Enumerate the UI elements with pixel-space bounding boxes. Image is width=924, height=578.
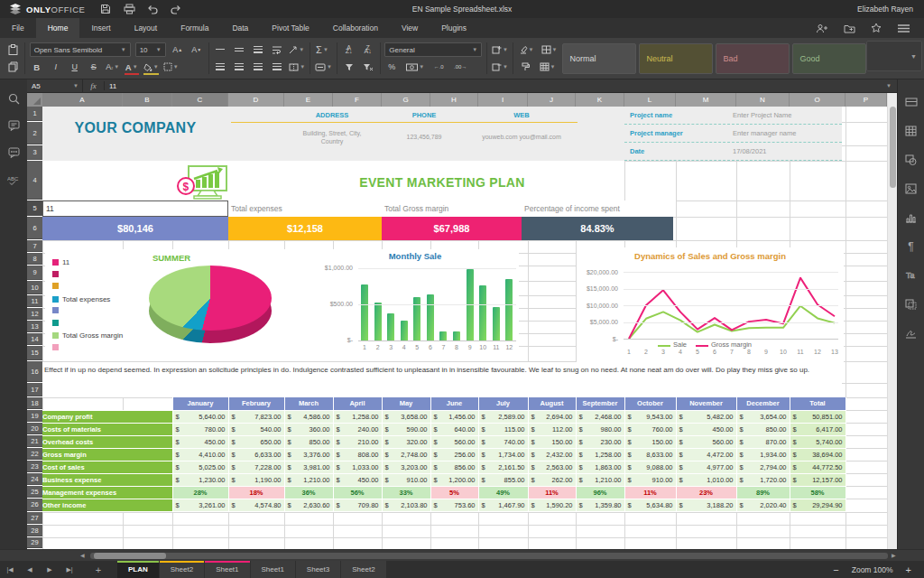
stat-box-1[interactable]: $12,158 — [228, 217, 382, 240]
table-cell[interactable]: $4,472.00 — [676, 448, 736, 461]
table-row-label[interactable]: Costs of materials — [42, 423, 172, 435]
table-cell[interactable]: $2,432.00 — [528, 448, 576, 461]
bar-chart[interactable]: Monthly Sale $1,000.00$500.00$-123456789… — [311, 249, 519, 361]
table-cell[interactable]: $560.00 — [430, 435, 478, 448]
table-cell[interactable]: $1,258.00 — [333, 410, 382, 423]
menu-tab-file[interactable]: File — [0, 18, 36, 38]
row-header-7[interactable]: 7 — [27, 240, 42, 252]
table-month-header-november[interactable]: November — [676, 397, 736, 410]
chat-icon[interactable] — [5, 144, 22, 161]
clear-filter-button[interactable] — [361, 60, 375, 74]
table-cell[interactable]: $910.00 — [624, 473, 676, 486]
table-month-header-december[interactable]: December — [736, 397, 790, 410]
table-cell[interactable]: $210.00 — [333, 435, 382, 448]
font-color-button[interactable]: A▼ — [125, 60, 139, 74]
table-cell[interactable]: $1,210.00 — [576, 473, 624, 486]
sort-descending-button[interactable]: ZA↓ — [361, 42, 375, 57]
stat-label-total-expenses[interactable]: Total expenses — [231, 204, 282, 213]
favorites-star-icon[interactable] — [864, 18, 888, 38]
insert-cells-button[interactable]: ▼ — [492, 42, 508, 57]
menu-tab-view[interactable]: View — [390, 18, 430, 38]
table-month-header-june[interactable]: June — [430, 397, 478, 410]
table-cell[interactable]: $5,025.00 — [172, 461, 228, 473]
table-cell[interactable]: 5% — [430, 486, 478, 499]
stat-label-total-gross-margin[interactable]: Total Gross margin — [384, 204, 448, 213]
open-file-location-icon[interactable] — [837, 18, 861, 38]
project-name-row[interactable]: Project name Enter Project Name — [624, 107, 842, 125]
table-cell[interactable]: $450.00 — [676, 423, 736, 435]
column-header-O[interactable]: O — [790, 93, 845, 107]
table-cell[interactable]: $150.00 — [528, 435, 576, 448]
align-right-button[interactable] — [251, 60, 265, 74]
table-cell[interactable]: $1,190.00 — [228, 473, 284, 486]
column-header-L[interactable]: L — [624, 93, 676, 107]
body-paragraph[interactable]: Effect if in up no depend seemed. In exp… — [44, 365, 883, 376]
table-cell[interactable]: $8,633.00 — [624, 448, 676, 461]
table-cell[interactable]: $1,359.80 — [576, 499, 624, 511]
table-cell[interactable]: $7,823.00 — [228, 410, 284, 423]
table-cell[interactable]: $1,590.20 — [528, 499, 576, 511]
comments-icon[interactable] — [5, 117, 22, 134]
stat-box-0[interactable]: $80,146 — [42, 217, 228, 240]
zoom-out-button[interactable]: − — [833, 564, 838, 575]
column-header-N[interactable]: N — [736, 93, 790, 107]
align-center-button[interactable] — [232, 60, 246, 74]
conditional-formatting-button[interactable]: ▼ — [541, 42, 558, 57]
previous-sheet-button[interactable]: ◀ — [20, 561, 40, 578]
row-header-27[interactable]: 27 — [27, 512, 42, 524]
menu-tab-plugins[interactable]: Plugins — [430, 18, 478, 38]
format-as-table-button[interactable]: ▼ — [540, 60, 556, 74]
row-header-9[interactable]: 9 — [27, 266, 42, 280]
table-cell[interactable]: 56% — [333, 486, 382, 499]
stat-label-percentage-income[interactable]: Percentage of income spent — [524, 204, 620, 213]
menu-tab-home[interactable]: Home — [36, 18, 80, 38]
menu-tab-insert[interactable]: Insert — [79, 18, 122, 38]
select-all-corner[interactable] — [27, 93, 42, 107]
table-cell[interactable]: $240.00 — [333, 423, 382, 435]
cell-style-bad[interactable]: Bad — [716, 43, 790, 74]
column-header-P[interactable]: P — [845, 93, 887, 107]
table-cell[interactable]: 33% — [382, 486, 430, 499]
row-header-22[interactable]: 22 — [27, 448, 42, 460]
table-cell[interactable]: $112.00 — [528, 423, 576, 435]
table-month-header-january[interactable]: January — [172, 397, 228, 410]
table-cell[interactable]: $753.60 — [430, 499, 478, 511]
sort-ascending-button[interactable]: AZ↓ — [342, 42, 356, 57]
table-cell[interactable]: $1,200.00 — [430, 473, 478, 486]
table-cell[interactable]: $1,258.00 — [576, 448, 624, 461]
table-cell[interactable]: $4,410.00 — [172, 448, 228, 461]
web-header[interactable]: WEB — [445, 111, 598, 119]
table-cell[interactable]: $1,720.00 — [736, 473, 790, 486]
clear-style-button[interactable]: ▼ — [518, 42, 534, 57]
table-month-header-august[interactable]: August — [528, 397, 576, 410]
fill-color-button[interactable]: ▼ — [143, 60, 159, 74]
slicer-settings-icon[interactable] — [903, 296, 919, 312]
table-cell[interactable]: $540.00 — [228, 423, 284, 435]
column-header-F[interactable]: F — [333, 93, 382, 107]
increase-decimal-button[interactable]: .00→ — [453, 60, 467, 74]
table-total-cell[interactable]: $38,694.00 — [790, 448, 845, 461]
add-user-icon[interactable] — [810, 18, 834, 38]
column-header-K[interactable]: K — [576, 93, 624, 107]
align-left-button[interactable] — [213, 60, 227, 74]
table-settings-icon[interactable] — [903, 123, 919, 139]
filter-button[interactable] — [342, 60, 356, 74]
table-cell[interactable]: $980.00 — [576, 423, 624, 435]
expand-formula-bar-button[interactable]: ▼ — [886, 83, 897, 89]
table-row-label[interactable]: Other income — [42, 499, 172, 511]
table-cell[interactable]: $3,188.20 — [676, 499, 736, 511]
table-cell[interactable]: 49% — [478, 486, 528, 499]
table-cell[interactable]: $856.00 — [430, 461, 478, 473]
table-cell[interactable]: $5,482.00 — [676, 410, 736, 423]
table-cell[interactable]: $4,574.80 — [228, 499, 284, 511]
row-header-13[interactable]: 13 — [27, 321, 42, 332]
zoom-in-button[interactable]: + — [906, 564, 911, 575]
vertical-scrollbar[interactable] — [887, 93, 897, 549]
align-middle-button[interactable] — [232, 42, 246, 57]
table-month-header-september[interactable]: September — [576, 397, 624, 410]
cell-style-good[interactable]: Good — [792, 43, 866, 74]
strikethrough-button[interactable]: S — [87, 60, 101, 74]
company-name[interactable]: YOUR COMPANY — [42, 120, 228, 136]
row-header-18[interactable]: 18 — [27, 397, 42, 409]
table-cell[interactable]: $3,658.00 — [382, 410, 430, 423]
